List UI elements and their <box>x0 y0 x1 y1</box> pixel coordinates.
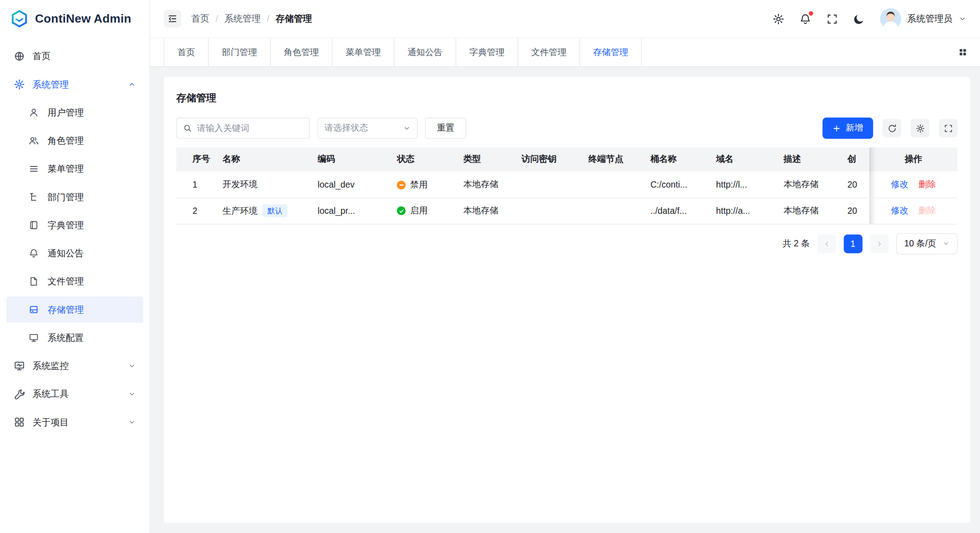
tab-label: 字典管理 <box>469 47 504 58</box>
edit-link[interactable]: 修改 <box>891 179 909 189</box>
col-header-no: 序号 <box>176 147 216 171</box>
cell-type: 本地存储 <box>457 198 516 224</box>
content-area: 存储管理 请选择状态 重置 <box>150 67 980 533</box>
tab-file-mgmt[interactable]: 文件管理 <box>518 38 580 66</box>
table-header-row: 序号 名称 编码 状态 类型 访问密钥 终端节点 桶名称 域名 描述 <box>176 147 957 171</box>
cell-created: 20 <box>841 171 869 198</box>
header-actions: 系统管理员 <box>772 8 966 29</box>
tab-home[interactable]: 首页 <box>164 38 209 66</box>
refresh-button[interactable] <box>882 119 901 137</box>
breadcrumb-item[interactable]: 首页 <box>191 13 209 24</box>
tab-layout-button[interactable] <box>954 43 971 61</box>
col-header-access-key: 访问密钥 <box>515 147 582 171</box>
reset-button[interactable]: 重置 <box>425 118 466 139</box>
sidebar-item-dict-mgmt[interactable]: 字典管理 <box>6 212 143 238</box>
cell-desc: 本地存储 <box>777 198 841 224</box>
tab-label: 首页 <box>178 47 195 58</box>
next-page-button[interactable] <box>870 234 888 253</box>
page-number-button[interactable]: 1 <box>844 234 862 253</box>
col-header-name: 名称 <box>216 147 311 171</box>
chevron-down-icon <box>128 362 136 370</box>
col-header-endpoint: 终端节点 <box>582 147 644 171</box>
search-input[interactable] <box>197 123 303 133</box>
sidebar-item-file-mgmt[interactable]: 文件管理 <box>6 268 143 294</box>
sidebar-collapse-button[interactable] <box>164 10 181 28</box>
logo-icon <box>10 9 28 28</box>
status-disabled-icon <box>397 181 406 189</box>
edit-link[interactable]: 修改 <box>891 205 909 215</box>
status-enabled-icon <box>397 206 406 215</box>
cell-name: 开发环境 <box>216 171 311 198</box>
fullscreen-icon[interactable] <box>826 13 838 24</box>
col-header-status: 状态 <box>391 147 457 171</box>
sidebar-item-label: 角色管理 <box>47 135 84 146</box>
col-header-domain: 域名 <box>710 147 778 171</box>
user-name: 系统管理员 <box>907 13 952 24</box>
settings-icon[interactable] <box>772 13 784 24</box>
user-menu[interactable]: 系统管理员 <box>880 8 966 29</box>
sidebar-item-label: 字典管理 <box>47 219 84 231</box>
notification-dot <box>808 11 813 15</box>
sidebar-item-about[interactable]: 关于项目 <box>6 409 143 435</box>
cell-op: 修改删除 <box>869 171 957 198</box>
chevron-left-icon <box>823 240 830 247</box>
breadcrumb-separator: / <box>216 14 218 24</box>
sidebar-item-role-mgmt[interactable]: 角色管理 <box>6 127 143 154</box>
col-header-op: 操作 <box>869 147 957 171</box>
cell-status: 禁用 <box>391 171 457 198</box>
breadcrumb-item[interactable]: 系统管理 <box>225 13 261 24</box>
status-select[interactable]: 请选择状态 <box>318 118 417 139</box>
app-root: ContiNew Admin 首页 系统管理 用户管理 <box>0 0 980 533</box>
chevron-down-icon <box>942 240 949 247</box>
status-label: 启用 <box>410 205 428 217</box>
column-settings-button[interactable] <box>910 119 929 137</box>
file-icon <box>29 276 39 286</box>
tab-menu-mgmt[interactable]: 菜单管理 <box>333 38 394 66</box>
table-fullscreen-button[interactable] <box>939 119 957 137</box>
sidebar-item-notice[interactable]: 通知公告 <box>6 240 143 266</box>
col-header-desc: 描述 <box>777 147 841 171</box>
sidebar-item-label: 系统管理 <box>33 79 69 90</box>
sidebar-item-system-tools[interactable]: 系统工具 <box>6 381 143 407</box>
sidebar-item-system-mgmt[interactable]: 系统管理 <box>6 71 143 98</box>
sidebar-item-home[interactable]: 首页 <box>6 43 143 69</box>
fullscreen-icon <box>943 123 953 133</box>
default-badge: 默认 <box>263 204 287 217</box>
tab-role-mgmt[interactable]: 角色管理 <box>271 38 333 66</box>
cell-type: 本地存储 <box>457 171 516 198</box>
sidebar-item-dept-mgmt[interactable]: 部门管理 <box>6 184 143 210</box>
add-button[interactable]: 新增 <box>822 118 873 139</box>
page-size-select[interactable]: 10 条/页 <box>896 233 957 254</box>
sidebar-item-user-mgmt[interactable]: 用户管理 <box>6 99 143 126</box>
cell-bucket: ../data/f... <box>644 198 710 224</box>
grid-icon <box>14 416 25 428</box>
tab-notice[interactable]: 通知公告 <box>394 38 456 66</box>
notification-button[interactable] <box>799 13 811 24</box>
user-icon <box>29 108 39 118</box>
menu-lines-icon <box>29 164 39 174</box>
gear-icon <box>14 79 25 90</box>
tab-dept-mgmt[interactable]: 部门管理 <box>209 38 271 66</box>
sidebar-item-system-config[interactable]: 系统配置 <box>6 325 143 351</box>
app-logo[interactable]: ContiNew Admin <box>0 0 150 38</box>
sidebar-item-label: 存储管理 <box>47 304 84 316</box>
pagination: 共 2 条 1 10 条/页 <box>176 233 957 254</box>
tab-storage-mgmt[interactable]: 存储管理 <box>580 38 642 66</box>
sidebar-item-storage-mgmt[interactable]: 存储管理 <box>6 297 143 323</box>
cell-bucket: C:/conti... <box>644 171 710 198</box>
cell-endpoint <box>582 198 644 224</box>
desktop-icon <box>29 333 39 343</box>
wrench-icon <box>14 388 25 400</box>
cell-domain: http://l... <box>710 171 778 198</box>
sidebar-item-label: 文件管理 <box>47 275 84 287</box>
users-icon <box>29 136 39 146</box>
prev-page-button[interactable] <box>817 234 836 253</box>
delete-link[interactable]: 删除 <box>919 179 936 189</box>
dark-mode-moon-icon[interactable] <box>853 13 865 24</box>
storage-icon <box>29 305 39 315</box>
tab-dict-mgmt[interactable]: 字典管理 <box>456 38 518 66</box>
sidebar-item-menu-mgmt[interactable]: 菜单管理 <box>6 156 143 182</box>
add-button-label: 新增 <box>846 123 863 134</box>
table-row: 2 生产环境默认 local_pr... 启用 <box>176 198 957 224</box>
sidebar-item-system-monitor[interactable]: 系统监控 <box>6 353 143 379</box>
